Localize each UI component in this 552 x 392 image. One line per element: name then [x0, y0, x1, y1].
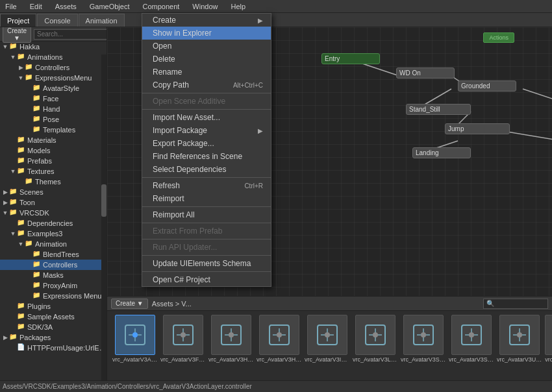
- tree-materials[interactable]: 📁 Materials: [0, 135, 107, 145]
- menu-assets[interactable]: Assets: [53, 3, 79, 10]
- asset-browser-header: Create ▼ Assets > V...: [107, 297, 552, 311]
- tree-vrcsdk[interactable]: ▼ 📁 VRCSDK: [0, 208, 107, 218]
- menu-import-package[interactable]: Import Package ▶: [142, 124, 271, 137]
- separator-1: [142, 93, 271, 93]
- node-1[interactable]: WD On: [396, 67, 455, 79]
- menu-open-csharp[interactable]: Open C# Project: [142, 273, 271, 286]
- menu-edit[interactable]: Edit: [27, 3, 45, 10]
- tree-sampleassets[interactable]: 📁 Sample Assets: [0, 312, 107, 322]
- menu-reimport-all-label: Reimport All: [153, 210, 195, 219]
- tree-packages[interactable]: ▶ 📁 Packages: [0, 332, 107, 343]
- tree-hakka[interactable]: ▼ 📁 Hakka: [0, 42, 107, 52]
- node-3[interactable]: Stand_Still: [406, 104, 471, 115]
- tree-toon[interactable]: ▶ 📁 Toon: [0, 197, 107, 208]
- menu-rename-label: Rename: [153, 67, 182, 77]
- asset-item-1[interactable]: vrc_AvatarV3Fac...: [160, 315, 206, 363]
- menu-component[interactable]: Component: [140, 3, 182, 10]
- svg-point-23: [469, 332, 474, 337]
- asset-item-5[interactable]: vrc_AvatarV3Loc...: [353, 315, 398, 363]
- menu-select-deps[interactable]: Select Dependencies: [142, 163, 271, 176]
- tab-project[interactable]: Project: [0, 14, 36, 27]
- menu-reimport[interactable]: Reimport: [142, 192, 271, 205]
- tab-console[interactable]: Console: [37, 14, 77, 27]
- asset-item-3[interactable]: vrc_AvatarV3Ha...: [257, 315, 302, 363]
- menu-run-api-updater: Run API Updater...: [142, 241, 271, 254]
- menu-create[interactable]: Create ▶: [142, 14, 271, 27]
- tree-examples3[interactable]: ▼ 📁 Examples3: [0, 228, 107, 239]
- menu-export-package[interactable]: Export Package...: [142, 137, 271, 150]
- asset-item-4[interactable]: vrc_AvatarV3Idl...: [305, 315, 350, 363]
- menu-open-scene: Open Scene Additive: [142, 95, 271, 108]
- asset-grid: vrc_AvatarV3Act... vrc_AvatarV3Fac... vr…: [107, 311, 552, 367]
- tree-models[interactable]: 📁 Models: [0, 145, 107, 156]
- svg-point-9: [132, 332, 138, 337]
- tree-themes[interactable]: 📁 Themes: [0, 177, 107, 187]
- tree-expressions-menu[interactable]: 📁 Expressions Menu: [0, 291, 107, 301]
- create-button[interactable]: Create ▼: [3, 27, 31, 43]
- tree-httpform[interactable]: 📄 HTTPFormUsage:UrlEncoded: [0, 343, 107, 353]
- asset-item-2[interactable]: vrc_AvatarV3Ha...: [208, 315, 254, 363]
- tree-controllers-selected[interactable]: 📁 Controllers: [0, 260, 107, 270]
- menu-delete[interactable]: Delete: [142, 53, 271, 66]
- menu-import-new[interactable]: Import New Asset...: [142, 111, 271, 124]
- menu-show-in-explorer[interactable]: Show in Explorer: [142, 27, 271, 40]
- search-input[interactable]: [34, 29, 107, 40]
- tab-animation[interactable]: Animation: [79, 14, 125, 27]
- node-entry[interactable]: Entry: [321, 53, 380, 64]
- menu-create-label: Create: [153, 16, 176, 25]
- menu-export-package-label: Export Package...: [153, 139, 214, 148]
- menu-update-uischema[interactable]: Update UIElements Schema: [142, 257, 271, 270]
- tree-prefabs[interactable]: 📁 Prefabs: [0, 156, 107, 166]
- asset-search[interactable]: [483, 299, 548, 309]
- separator-4: [142, 206, 271, 207]
- tree-scenes[interactable]: ▶ 📁 Scenes: [0, 187, 107, 197]
- asset-browser: Create ▼ Assets > V... vrc_AvatarV3Act..…: [107, 296, 552, 380]
- menu-open[interactable]: Open: [142, 40, 271, 53]
- node-2[interactable]: Grounded: [458, 80, 516, 92]
- tree-controllers-1[interactable]: ▶ 📁 Controllers: [0, 62, 107, 73]
- sidebar-scrollbar[interactable]: [101, 55, 107, 380]
- separator-7: [142, 255, 271, 256]
- tree-animations[interactable]: ▼ 📁 Animations: [0, 52, 107, 62]
- tree-avatarStyle[interactable]: 📁 AvatarStyle: [0, 83, 107, 93]
- menu-help[interactable]: Help: [228, 3, 248, 10]
- asset-item-6[interactable]: vrc_AvatarV3Sitt...: [401, 315, 446, 363]
- status-bar: Assets/VRCSDK/Examples3/Animation/Contro…: [0, 380, 552, 392]
- tree-sdk3a[interactable]: 📁 SDK/3A: [0, 322, 107, 332]
- svg-line-0: [360, 63, 399, 76]
- tree-animation-sub[interactable]: ▼ 📁 Animation: [0, 239, 107, 249]
- tree-templates[interactable]: 📁 Templates: [0, 125, 107, 135]
- tree-proxyanim[interactable]: 📁 ProxyAnim: [0, 280, 107, 291]
- tree-dependencies[interactable]: 📁 Dependencies: [0, 218, 107, 228]
- menu-gameobject[interactable]: GameObject: [87, 3, 132, 10]
- tree-blendtrees[interactable]: 📁 BlendTrees: [0, 249, 107, 260]
- menu-copy-path[interactable]: Copy Path Alt+Ctrl+C: [142, 79, 271, 92]
- tree-textures[interactable]: ▼ 📁 Textures: [0, 166, 107, 177]
- asset-item-0[interactable]: vrc_AvatarV3Act...: [112, 315, 158, 363]
- menu-open-label: Open: [153, 42, 171, 51]
- tree-hand[interactable]: 📁 Hand: [0, 104, 107, 114]
- menu-update-uischema-label: Update UIElements Schema: [153, 259, 251, 268]
- menu-file[interactable]: File: [3, 3, 19, 10]
- svg-point-15: [277, 332, 282, 337]
- tree-face[interactable]: 📁 Face: [0, 93, 107, 104]
- menu-reimport-all[interactable]: Reimport All: [142, 208, 271, 221]
- node-5[interactable]: Jump: [445, 123, 510, 134]
- asset-create-button[interactable]: Create ▼: [111, 299, 148, 309]
- menu-find-references[interactable]: Find References in Scene: [142, 150, 271, 163]
- node-7[interactable]: Landing: [412, 147, 471, 158]
- tree-masks[interactable]: 📁 Masks: [0, 270, 107, 280]
- menu-import-new-label: Import New Asset...: [153, 113, 220, 122]
- svg-point-17: [325, 332, 330, 337]
- asset-item-9[interactable]: vrc_AvatarV3...: [545, 315, 552, 363]
- menu-rename[interactable]: Rename: [142, 66, 271, 79]
- tree-expressionsmenu[interactable]: ▼ 📁 ExpressionsMenu: [0, 73, 107, 83]
- svg-point-19: [373, 332, 378, 337]
- menu-window[interactable]: Window: [190, 3, 220, 10]
- menu-show-label: Show in Explorer: [153, 29, 212, 38]
- menu-refresh[interactable]: Refresh Ctrl+R: [142, 179, 271, 192]
- asset-item-8[interactable]: vrc_AvatarV3Util...: [497, 315, 542, 363]
- asset-item-7[interactable]: vrc_AvatarV3Sitt...: [449, 315, 494, 363]
- tree-plugins[interactable]: 📁 Plugins: [0, 301, 107, 312]
- tree-pose[interactable]: 📁 Pose: [0, 114, 107, 125]
